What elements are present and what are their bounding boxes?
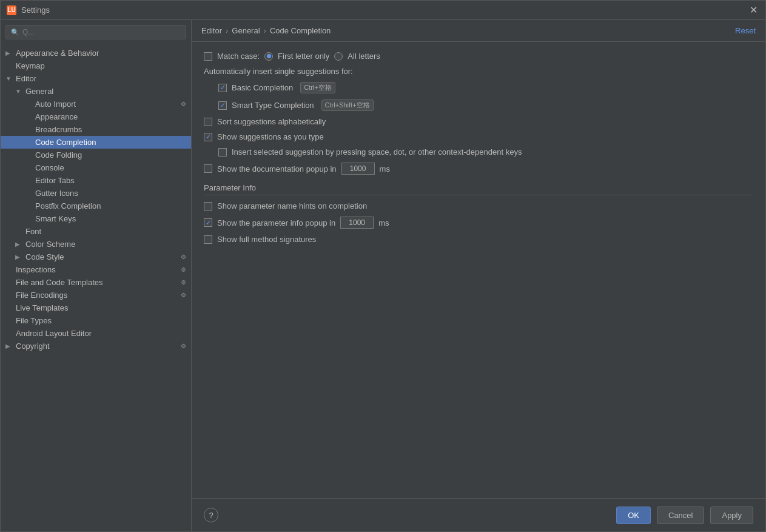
sidebar-label: Font [25,227,41,236]
content-area: Editor › General › Code Completion Reset… [192,20,765,531]
breadcrumb-code-completion: Code Completion [270,26,331,35]
sidebar-item-console[interactable]: Console [1,161,191,174]
match-case-row: Match case: First letter only All letter… [204,52,753,61]
titlebar: LU Settings ✕ [1,1,765,20]
first-letter-label: First letter only [278,52,329,61]
sidebar-item-keymap[interactable]: Keymap [1,59,191,72]
ok-button[interactable]: OK [616,507,651,524]
sidebar-label: Code Completion [35,138,96,147]
sidebar-label: File Encodings [16,291,67,300]
basic-completion-checkbox[interactable] [218,84,227,92]
sidebar-label: Copyright [16,342,50,351]
sidebar-item-inspections[interactable]: Inspections ⚙ [1,263,191,276]
settings-icon: ⚙ [181,292,186,298]
all-letters-radio[interactable] [334,52,343,61]
settings-icon: ⚙ [181,254,186,260]
sort-alphabetically-label: Sort suggestions alphabetically [217,117,326,126]
sidebar-item-file-code-templates[interactable]: File and Code Templates ⚙ [1,276,191,289]
show-doc-popup-row: Show the documentation popup in ms [204,163,753,175]
sidebar-label: Auto Import [35,99,76,109]
sidebar-item-auto-import[interactable]: Auto Import ⚙ [1,98,191,110]
close-button[interactable]: ✕ [747,4,759,16]
arrow-icon: ▶ [5,50,13,56]
settings-icon: ⚙ [181,343,186,349]
sidebar-item-file-types[interactable]: File Types [1,314,191,327]
sidebar-label: File and Code Templates [16,278,103,287]
show-param-info-popup-row: Show the parameter info popup in ms [204,217,753,229]
show-suggestions-checkbox[interactable] [204,133,212,141]
sidebar-label: Android Layout Editor [16,329,92,338]
show-full-signatures-row: Show full method signatures [204,235,753,244]
show-param-info-popup-label: Show the parameter info popup in [217,218,335,227]
search-input[interactable] [22,28,181,36]
window-title: Settings [21,5,50,15]
sidebar-label: File Types [16,316,52,325]
arrow-icon: ▼ [15,88,22,95]
sidebar-label: Code Style [25,252,64,261]
all-letters-label: All letters [348,52,380,61]
sidebar-item-breadcrumbs[interactable]: Breadcrumbs [1,123,191,136]
sidebar-label: Smart Keys [35,214,76,223]
insert-selected-checkbox[interactable] [218,148,227,157]
auto-insert-label: Automatically insert single suggestions … [204,67,353,76]
sidebar-label: Appearance & Behavior [16,49,99,58]
sidebar-label: Gutter Icons [35,189,78,198]
search-icon: 🔍 [11,29,19,36]
app-icon: LU [7,5,16,15]
sidebar-item-font[interactable]: Font [1,225,191,238]
show-param-hints-checkbox[interactable] [204,202,212,210]
show-param-hints-row: Show parameter name hints on completion [204,201,753,210]
arrow-icon: ▶ [15,241,22,247]
show-doc-popup-label: Show the documentation popup in [217,164,337,173]
sidebar-item-general[interactable]: ▼ General [1,85,191,98]
breadcrumb: Editor › General › Code Completion Reset [192,20,765,42]
param-info-popup-value[interactable] [340,217,374,229]
sidebar-label: General [25,87,53,96]
sidebar-label: Color Scheme [25,240,75,249]
apply-button[interactable]: Apply [710,507,753,524]
search-box[interactable]: 🔍 [5,25,186,39]
sidebar: 🔍 ▶ Appearance & Behavior Keymap ▼ Edito… [1,20,192,531]
cancel-button[interactable]: Cancel [657,507,704,524]
sidebar-item-appearance-behavior[interactable]: ▶ Appearance & Behavior [1,47,191,59]
sidebar-item-code-folding[interactable]: Code Folding [1,149,191,161]
sidebar-label: Live Templates [16,303,68,312]
sidebar-item-copyright[interactable]: ▶ Copyright ⚙ [1,340,191,352]
sort-alphabetically-checkbox[interactable] [204,118,212,126]
show-doc-popup-checkbox[interactable] [204,164,212,173]
sidebar-tree: ▶ Appearance & Behavior Keymap ▼ Editor … [1,44,191,531]
help-button[interactable]: ? [204,508,218,522]
sidebar-item-editor[interactable]: ▼ Editor [1,72,191,85]
sidebar-label: Console [35,163,64,172]
smart-type-shortcut: Ctrl+Shift+空格 [321,99,374,111]
parameter-info-label: Parameter Info [204,183,256,192]
sidebar-label: Editor [16,74,36,83]
sidebar-item-code-style[interactable]: ▶ Code Style ⚙ [1,251,191,263]
match-case-checkbox[interactable] [204,52,212,61]
doc-popup-value[interactable] [341,163,375,175]
breadcrumb-sep2: › [264,26,266,35]
sidebar-item-postfix-completion[interactable]: Postfix Completion [1,200,191,212]
sidebar-item-appearance[interactable]: Appearance [1,110,191,123]
sidebar-label: Code Folding [35,150,82,160]
sidebar-item-color-scheme[interactable]: ▶ Color Scheme [1,238,191,251]
sidebar-item-gutter-icons[interactable]: Gutter Icons [1,187,191,200]
show-full-signatures-checkbox[interactable] [204,235,212,244]
sidebar-item-file-encodings[interactable]: File Encodings ⚙ [1,289,191,301]
arrow-icon: ▶ [15,254,22,260]
settings-icon: ⚙ [181,101,186,107]
reset-button[interactable]: Reset [735,26,756,35]
sidebar-item-android-layout-editor[interactable]: Android Layout Editor [1,327,191,340]
show-full-signatures-label: Show full method signatures [217,235,316,244]
sidebar-label: Appearance [35,112,78,121]
sidebar-item-code-completion[interactable]: Code Completion [1,136,191,149]
sidebar-item-editor-tabs[interactable]: Editor Tabs [1,174,191,187]
smart-type-checkbox[interactable] [218,101,227,110]
sidebar-item-live-templates[interactable]: Live Templates [1,301,191,314]
sidebar-item-smart-keys[interactable]: Smart Keys [1,212,191,225]
footer-left: ? [204,508,218,522]
first-letter-radio[interactable] [264,52,273,61]
settings-window: LU Settings ✕ 🔍 ▶ Appearance & Behavior … [0,0,766,532]
sidebar-label: Postfix Completion [35,201,101,210]
show-param-info-popup-checkbox[interactable] [204,218,212,227]
